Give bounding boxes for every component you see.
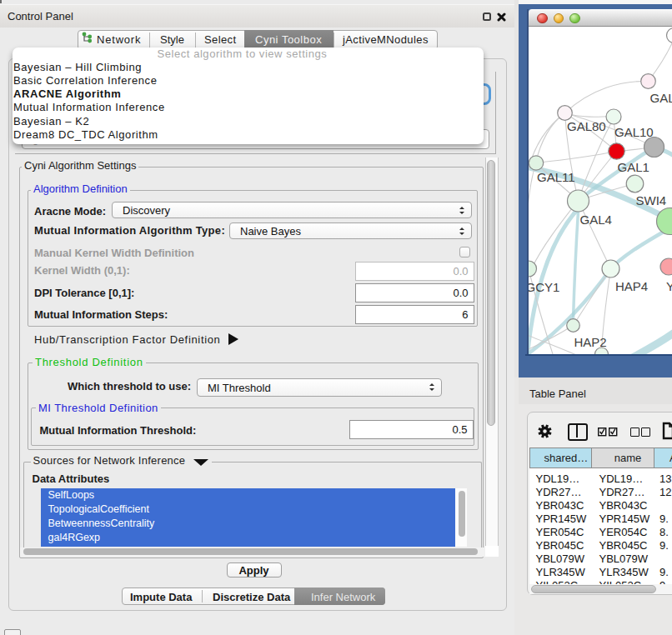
svg-text:GAL80: GAL80 [567,118,606,132]
svg-text:HAP2: HAP2 [574,334,606,348]
svg-text:HAP4: HAP4 [615,278,648,292]
svg-text:GCY1: GCY1 [529,279,559,293]
svg-text:GAL4: GAL4 [579,212,611,226]
svg-text:GAL7: GAL7 [649,90,672,104]
svg-text:YB: YB [666,278,672,292]
svg-text:SWI4: SWI4 [635,192,666,207]
svg-text:GAL1: GAL1 [617,159,649,173]
svg-text:GAL10: GAL10 [614,124,654,138]
svg-text:GAL11: GAL11 [537,169,575,183]
